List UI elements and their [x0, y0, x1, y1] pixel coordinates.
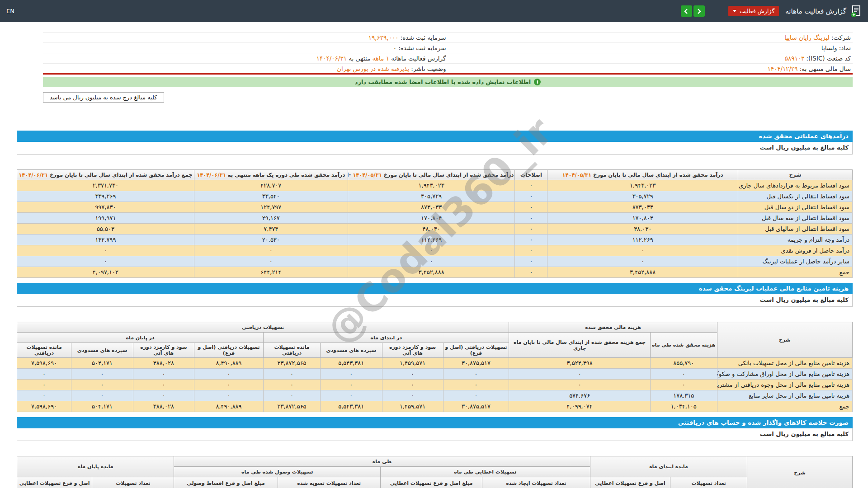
row-value: ۰	[264, 390, 321, 401]
chevron-right-icon	[697, 8, 701, 14]
row-value: ۱,۹۴۳,۰۲۳	[547, 180, 738, 191]
row-value: ۹۹۷,۸۳۰	[17, 202, 194, 213]
header-date: ۱۴۰۴/۰۶/۳۱	[197, 172, 226, 178]
next-report-button[interactable]	[693, 5, 705, 17]
info-icon: i	[534, 79, 541, 85]
previous-report-button[interactable]	[681, 5, 692, 17]
section-unit-note: کلیه مبالغ به میلیون ریال است	[17, 428, 853, 441]
row-value: ۰	[71, 369, 133, 380]
page-content: شرکت: لیزینگ رایان سایپا سرمایه ثبت شده:…	[17, 32, 853, 488]
col-revenue-to-0531: درآمد محقق شده از ابتدای سال مالی تا پای…	[547, 170, 738, 180]
row-value: ۳۰,۸۷۵,۵۱۷	[443, 358, 509, 369]
group-end-balance: مانده پایان ماه	[17, 456, 174, 477]
row-value: ۱,۹۴۳,۰۲۳	[348, 180, 515, 191]
fiscal-year-value: ۱۴۰۴/۱۲/۲۹	[767, 65, 797, 72]
row-value: ۲۰,۵۳۰	[194, 235, 348, 245]
col-blocked-deposits-end: سپرده های مسدودی	[71, 343, 133, 358]
registered-capital-label: سرمایه ثبت شده:	[401, 34, 446, 41]
col-facility-principal-begin: تسهیلات دریافتی (اصل و فرع)	[443, 343, 509, 358]
row-value: ۰	[443, 390, 509, 401]
row-label: سود اقساط مربوط به قراردادهای سال جاری	[738, 180, 852, 191]
group-granted-during-month: تسهیلات اعطایی طی ماه	[380, 467, 590, 477]
row-value: ۰	[133, 380, 194, 390]
row-value: ۰	[348, 256, 515, 267]
navbar-right-group: گزارش فعالیت ماهانه گزارش فعالیت	[681, 5, 862, 18]
row-value: ۱,۴۵۹,۵۷۱	[382, 401, 443, 412]
row-value: ۲,۳۷۱,۷۳۰	[17, 180, 194, 191]
issuer-status-label: وضعیت ناشر:	[411, 65, 446, 72]
row-value: ۰	[650, 380, 717, 390]
signature-match-banner: i اطلاعات نمایش داده شده با اطلاعات امضا…	[43, 77, 853, 87]
row-value: ۰	[515, 180, 547, 191]
row-value: ۳,۴۵۲,۸۸۸	[348, 267, 515, 278]
group-finance-cost: هزینه مالی محقق شده	[509, 322, 717, 333]
row-label: هزینه تامین منابع مالی از محل اوراق مشار…	[717, 369, 852, 380]
col-end-principal: اصل و فرع تسهیلات اعطایی	[17, 477, 92, 488]
language-switch-en[interactable]: EN	[6, 8, 14, 14]
group-collected-during-month: تسهیلات وصول شده طی ماه	[174, 467, 380, 477]
row-value: ۰	[17, 390, 71, 401]
row-value: ۰	[71, 380, 133, 390]
row-value: ۰	[194, 380, 263, 390]
table-row: درآمد حاصل از فروش نقدی۰۰۰۰۰	[17, 245, 853, 256]
row-value: ۲۳,۸۷۲,۵۶۵	[264, 401, 321, 412]
table-row: سود اقساط انتقالی از سه سال قبل۱۷۰,۸۰۴۰۱…	[17, 213, 853, 224]
report-period-prefix: گزارش فعالیت ماهانه	[391, 55, 446, 62]
row-value: ۰	[443, 380, 509, 390]
row-value: ۰	[509, 380, 650, 390]
goods-receivables-table: شرح مانده ابتدای ماه طی ماه مانده پایان …	[17, 456, 853, 488]
group-begin-month: در ابتدای ماه	[264, 333, 509, 343]
row-value: ۱۱۲,۲۶۹	[348, 235, 515, 245]
col-cost-cumulative: جمع هزینه محقق شده از ابتدای سال مالی تا…	[509, 333, 650, 358]
table-header-row: شرح مانده ابتدای ماه طی ماه مانده پایان …	[17, 456, 853, 467]
info-row: کد صنعت (ISIC): ۵۸۹۱۰۳ گزارش فعالیت ماها…	[43, 53, 853, 64]
section-title: هزینه تامین منابع مالی عملیات لیزینگ محق…	[699, 285, 849, 292]
row-value: ۶۴۴,۲۱۴	[194, 267, 348, 278]
col-facility-principal-end: تسهیلات دریافتی (اصل و فرع)	[194, 343, 263, 358]
table-row: سود اقساط مربوط به قراردادهای سال جاری۱,…	[17, 180, 853, 191]
report-period-date: ۱۴۰۴/۰۶/۳۱	[316, 55, 347, 62]
row-value: ۰	[382, 369, 443, 380]
group-end-month: در پایان ماه	[17, 333, 264, 343]
row-label: هزینه تامین منابع مالی از محل تسهیلات با…	[717, 358, 852, 369]
row-value: ۰	[17, 245, 194, 256]
info-row: سال مالی منتهی به: ۱۴۰۴/۱۲/۲۹ وضعیت ناشر…	[43, 64, 853, 74]
row-value: ۱۹۹,۹۷۱	[17, 213, 194, 224]
col-settled-count: تعداد تسهیلات تسویه شده	[278, 477, 380, 488]
isic-label: کد صنعت (ISIC):	[807, 55, 851, 62]
col-cost-during-month: هزینه محقق شده طی ماه	[650, 333, 717, 358]
row-value: ۴,۰۹۹,۰۷۴	[509, 401, 650, 412]
header-date: ۱۴۰۴/۰۵/۳۱	[562, 172, 592, 178]
report-document-icon	[851, 5, 862, 18]
page-title: گزارش فعالیت ماهانه	[785, 7, 846, 15]
banner-text: اطلاعات نمایش داده شده با اطلاعات امضا ش…	[355, 79, 531, 85]
row-label: جمع	[738, 267, 852, 278]
amounts-unit-box: کلیه مبالغ درج شده به میلیون ریال می باش…	[43, 92, 164, 103]
row-value: ۰	[515, 202, 547, 213]
col-collected-amount: مبلغ اصل و فرع اقساط وصولی	[174, 477, 278, 488]
row-value: ۰	[650, 369, 717, 380]
header-date: ۱۴۰۴/۰۶/۳۱	[19, 172, 48, 178]
row-value: ۱۷۰,۸۰۴	[547, 213, 738, 224]
row-value: ۸۷۳,۰۳۳	[547, 202, 738, 213]
row-value: ۸,۴۹۰,۸۸۹	[194, 358, 263, 369]
col-begin-principal: اصل و فرع تسهیلات اعطایی	[590, 477, 670, 488]
info-row: نماد: ولساپا سرمایه ثبت نشده: ۰	[43, 43, 853, 53]
row-value: ۳۸۸,۰۲۸	[133, 358, 194, 369]
report-type-dropdown[interactable]: گزارش فعالیت	[728, 6, 779, 16]
col-future-interest-end: سود و کارمزد دوره های آتی	[133, 343, 194, 358]
row-value: ۰	[17, 369, 71, 380]
row-value: ۷,۵۹۸,۶۹۰	[17, 401, 71, 412]
col-desc: شرح	[717, 322, 852, 358]
row-value: ۰	[515, 245, 547, 256]
fiscal-year-label: سال مالی منتهی به:	[800, 65, 851, 72]
row-value: ۰	[17, 256, 194, 267]
table-row: هزینه تامین منابع مالی از محل وجوه دریاف…	[17, 380, 853, 390]
row-value: ۰	[509, 369, 650, 380]
row-value: ۰	[17, 380, 71, 390]
row-value: ۰	[194, 256, 348, 267]
row-value: ۳,۴۵۲,۸۸۸	[547, 267, 738, 278]
row-value: ۵,۵۴۳,۳۸۱	[320, 358, 382, 369]
row-value: ۲۳,۸۷۲,۵۶۵	[264, 358, 321, 369]
section-operating-revenues: درآمدهای عملیاتی محقق شده کلیه مبالغ به …	[17, 131, 853, 278]
